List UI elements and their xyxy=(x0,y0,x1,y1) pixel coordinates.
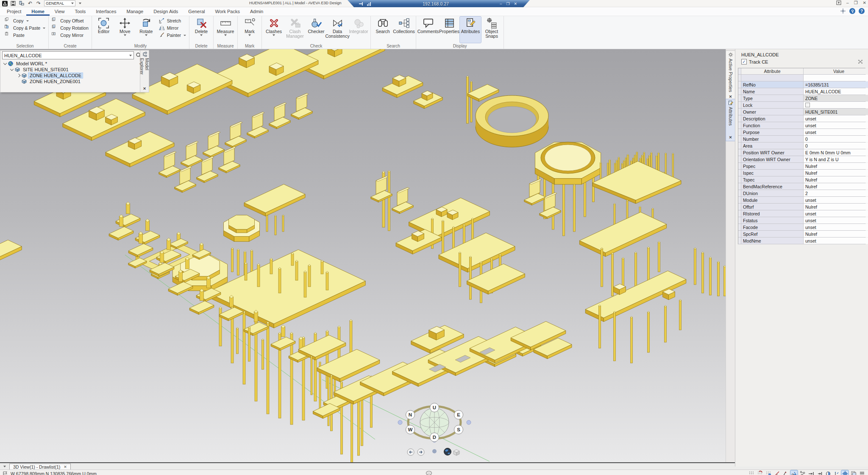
snap-node-icon[interactable] xyxy=(799,470,806,475)
cube-view-button[interactable] xyxy=(453,450,459,455)
attribute-value[interactable]: =16385/131 xyxy=(804,81,868,88)
attribute-value[interactable]: unset xyxy=(804,217,868,224)
tab-general[interactable]: General xyxy=(183,8,210,16)
banner-minimize-button[interactable]: – xyxy=(500,2,502,6)
tree-node-zone-huen-zone001[interactable]: ZONE HUEN_ZONE001 xyxy=(2,78,142,84)
table-row-purpose[interactable]: Purposeunset xyxy=(738,129,865,136)
table-row-facode[interactable]: Facodeunset xyxy=(738,224,865,231)
table-row-name[interactable]: NameHUEN_ALLCODE xyxy=(738,88,865,95)
attribute-value[interactable]: unset xyxy=(804,238,868,244)
attribute-value[interactable]: unset xyxy=(804,197,868,203)
navigate-icon[interactable] xyxy=(840,8,846,14)
pin-icon[interactable] xyxy=(359,2,364,6)
attribute-value[interactable]: E 0mm N 0mm U 0mm xyxy=(804,149,868,156)
banner-restore-button[interactable]: ❐ xyxy=(506,2,509,6)
ribbon-button-stretch[interactable]: Stretch xyxy=(157,17,188,24)
ribbon-button-copy-mirror[interactable]: Copy Mirror xyxy=(50,32,90,39)
pin-window-icon[interactable] xyxy=(836,0,841,5)
expander-icon[interactable] xyxy=(3,61,7,65)
tab-project[interactable]: Project xyxy=(2,8,26,16)
close-button[interactable]: ✕ xyxy=(863,0,866,5)
table-row-spcref[interactable]: SpcRefNulref xyxy=(738,231,865,238)
ribbon-button-object-snaps[interactable]: Object Snaps xyxy=(481,17,502,43)
attribute-value[interactable]: 0 xyxy=(804,142,868,149)
table-row-ispec[interactable]: IspecNulref xyxy=(738,170,865,176)
attribute-value[interactable]: unset xyxy=(804,224,868,230)
attribute-value[interactable]: unset xyxy=(804,122,868,129)
compass-E-button[interactable]: E xyxy=(454,411,463,419)
minimize-button[interactable]: – xyxy=(846,0,849,5)
ribbon-button-collections[interactable]: Collections xyxy=(393,17,415,43)
save-icon[interactable] xyxy=(10,1,16,6)
ribbon-button-data-consistency[interactable]: Data Consistency xyxy=(327,17,348,43)
tab-home[interactable]: Home xyxy=(26,8,50,16)
table-row-orientation-wrt-owner[interactable]: Orientation WRT OwnerY is N and Z is U xyxy=(738,156,865,163)
attribute-value[interactable]: unset xyxy=(804,210,868,217)
table-row-function[interactable]: Functionunset xyxy=(738,122,865,129)
attribute-value[interactable]: unset xyxy=(804,115,868,122)
compass-N-button[interactable]: N xyxy=(406,411,415,419)
ribbon-button-paste[interactable]: Paste xyxy=(3,32,47,39)
sync-icon[interactable] xyxy=(19,1,25,6)
attribute-value[interactable]: Nulref xyxy=(804,170,868,176)
attribute-value[interactable]: HUEN_SITE001 xyxy=(804,109,868,115)
tree-node-zone-huen-allcode[interactable]: ZONE HUEN_ALLCODE xyxy=(2,73,142,78)
table-row-position-wrt-owner[interactable]: Position WRT OwnerE 0mm N 0mm U 0mm xyxy=(738,149,865,156)
redo-icon[interactable]: ↷ xyxy=(36,1,42,6)
ribbon-button-copy[interactable]: Copy xyxy=(3,17,47,24)
qat-customize-icon[interactable] xyxy=(79,3,81,4)
snap-limit-icon[interactable] xyxy=(816,470,823,475)
view-forward-button[interactable] xyxy=(417,449,424,455)
table-row-pspec[interactable]: PspecNulref xyxy=(738,163,865,170)
attribute-value[interactable]: Nulref xyxy=(804,183,868,190)
viewport-3d[interactable]: UNEWSD HUEN_ALLCODE Model WORL *SITE HUE… xyxy=(0,49,726,462)
table-row-refno[interactable]: RefNo=16385/131 xyxy=(738,81,865,88)
attribute-value[interactable]: unset xyxy=(804,129,868,135)
ribbon-button-copy-offset[interactable]: Copy Offset xyxy=(50,17,90,24)
ribbon-button-mirror[interactable]: Mirror xyxy=(157,25,188,31)
view-list-dropdown[interactable] xyxy=(0,463,9,469)
ribbon-button-painter[interactable]: Painter xyxy=(157,32,188,39)
compass-W-button[interactable]: W xyxy=(406,425,415,434)
snap-layers-icon[interactable] xyxy=(850,470,857,475)
snap-grid-settings-icon[interactable] xyxy=(765,470,772,475)
close-icon[interactable]: ✕ xyxy=(64,465,67,469)
undo-icon[interactable]: ↶ xyxy=(27,1,33,6)
snap-grid-magnet-icon[interactable] xyxy=(757,470,764,475)
ribbon-button-properties[interactable]: Properties xyxy=(439,17,460,43)
snap-center-icon[interactable] xyxy=(824,470,832,475)
table-row-description[interactable]: Descriptionunset xyxy=(738,115,865,122)
profile-combobox[interactable]: GENERAL xyxy=(44,0,75,6)
snap-angle-icon[interactable] xyxy=(773,470,781,475)
attribute-value[interactable]: HUEN_ALLCODE xyxy=(804,88,868,95)
table-row-tspec[interactable]: TspecNulref xyxy=(738,176,865,183)
table-row-owner[interactable]: OwnerHUEN_SITE001 xyxy=(738,109,865,115)
tab-tools[interactable]: Tools xyxy=(70,8,91,16)
ribbon-button-delete[interactable]: Delete xyxy=(191,17,212,43)
restore-button[interactable]: ❐ xyxy=(854,0,858,5)
expander-icon[interactable] xyxy=(17,74,20,77)
table-row-dunion[interactable]: DUnion2 xyxy=(738,190,865,197)
compass-S-button[interactable]: S xyxy=(454,425,463,434)
track-ce-checkbox[interactable]: ✓ xyxy=(741,59,747,64)
snap-origin-icon[interactable] xyxy=(841,470,849,475)
expander-icon[interactable] xyxy=(10,67,14,71)
model-explorer-vertical-tab[interactable]: Model Explorer ✕ xyxy=(140,50,149,92)
ribbon-button-comments[interactable]: Comments xyxy=(417,17,439,43)
attribute-value[interactable]: ZONE xyxy=(804,95,868,101)
close-icon[interactable]: ✕ xyxy=(143,87,146,91)
attribute-value[interactable]: Nulref xyxy=(804,204,868,210)
table-row-area[interactable]: Area0 xyxy=(738,142,865,149)
view-back-button[interactable] xyxy=(407,449,414,455)
help-icon[interactable]: ? xyxy=(859,8,865,14)
attribute-value[interactable] xyxy=(804,102,868,108)
table-row-modnme[interactable]: ModNmeunset xyxy=(738,238,865,244)
attribute-value[interactable]: Nulref xyxy=(804,231,868,237)
tab-admin[interactable]: Admin xyxy=(245,8,268,16)
ribbon-button-copy-rotation[interactable]: Copy Rotation xyxy=(50,25,90,31)
ribbon-button-copy-paste[interactable]: Copy & Paste xyxy=(3,25,47,31)
snap-extend-icon[interactable] xyxy=(807,470,815,475)
attributes-tab[interactable]: Attributes ✕ xyxy=(726,99,735,141)
table-row-offsrf[interactable]: OffsrfNulref xyxy=(738,204,865,210)
snap-tracking-icon[interactable] xyxy=(790,470,798,475)
